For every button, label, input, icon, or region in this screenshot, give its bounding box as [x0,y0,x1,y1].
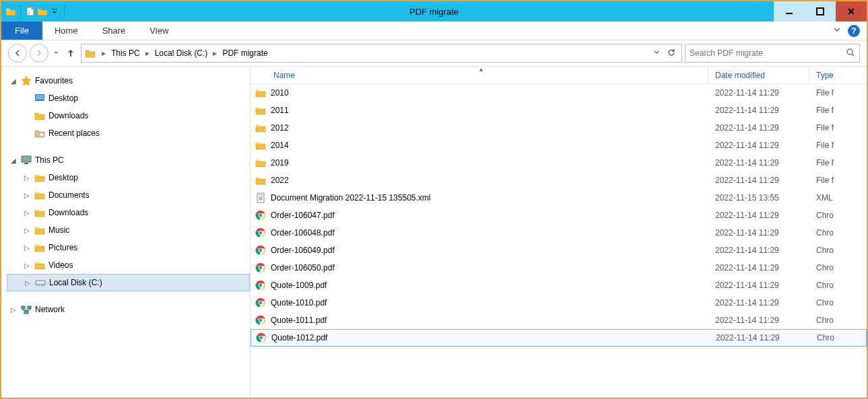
svg-rect-12 [36,281,44,283]
breadcrumb-dropdown-icon[interactable] [653,48,660,58]
tree-item-recent-places[interactable]: Recent places [7,124,250,142]
qat-dropdown-icon[interactable] [49,6,60,17]
chevron-right-icon[interactable]: ▸ [210,48,220,58]
tree-item[interactable]: ▷Downloads [7,204,250,221]
file-type: Chro [810,333,850,342]
properties-icon[interactable] [25,6,36,17]
breadcrumb[interactable]: ▸ This PC ▸ Local Disk (C:) ▸ PDF migrat… [81,44,682,63]
file-row[interactable]: Order-106049.pdf2022-11-14 11:29Chro [251,242,867,259]
file-row[interactable]: 20222022-11-14 11:29File f [251,172,867,189]
file-row[interactable]: Order-106047.pdf2022-11-14 11:29Chro [251,207,867,224]
tree-item-desktop[interactable]: Desktop [7,89,250,107]
search-input[interactable] [690,48,824,58]
chevron-right-icon[interactable]: ▸ [99,48,108,58]
drive-icon [34,277,46,289]
tree-item-thispc[interactable]: ◢ This PC [7,151,250,169]
file-tab[interactable]: File [1,22,42,40]
expander-closed-icon[interactable]: ▷ [24,279,32,287]
tree-item-downloads[interactable]: Downloads [7,107,250,124]
tree-item-network[interactable]: ▷ Network [7,301,250,318]
tree-item-favourites[interactable]: ◢ Favourites [7,72,250,89]
file-date: 2022-11-14 11:29 [708,263,809,273]
tab-home[interactable]: Home [42,22,90,40]
expander-closed-icon[interactable]: ▷ [23,262,31,269]
file-name: 2019 [271,158,708,168]
file-row[interactable]: Quote-1010.pdf2022-11-14 11:29Chro [251,294,867,312]
tree-item[interactable]: ▷Documents [7,186,250,204]
chrome-icon [251,262,271,273]
refresh-icon[interactable] [667,48,676,59]
new-folder-icon[interactable] [37,6,48,17]
chrome-icon [251,280,271,291]
breadcrumb-segment[interactable]: Local Disk (C:) [152,48,211,58]
tree-item[interactable]: ▷Music [7,221,250,239]
file-row[interactable]: 20122022-11-14 11:29File f [251,119,867,137]
up-button[interactable] [63,46,78,61]
file-row[interactable]: 20112022-11-14 11:29File f [251,102,867,119]
expander-closed-icon[interactable]: ▷ [23,227,31,234]
tab-view[interactable]: View [137,22,180,40]
expander-closed-icon[interactable]: ▷ [23,244,31,252]
file-date: 2022-11-14 11:29 [708,141,809,150]
file-name: 2012 [271,123,708,133]
tree-label: Downloads [48,208,88,217]
expander-open-icon[interactable]: ◢ [9,157,18,164]
folder-icon [84,47,96,59]
file-type: File f [809,158,850,168]
search-box[interactable] [685,44,860,63]
search-icon[interactable] [846,48,855,59]
file-row[interactable]: Quote-1012.pdf2022-11-14 11:29Chro [251,329,867,347]
file-row[interactable]: 20102022-11-14 11:29File f [251,84,867,102]
chevron-right-icon[interactable]: ▸ [143,48,152,58]
tree-group-thispc: ◢ This PC ▷Desktop▷Documents▷Downloads▷M… [7,151,250,291]
file-row[interactable]: 20192022-11-14 11:29File f [251,154,867,172]
maximize-button[interactable] [805,1,836,22]
tree-label: This PC [35,155,64,165]
window-title: PDF migrate [1,7,867,17]
file-row[interactable]: Document Migration 2022-11-15 135505.xml… [251,189,867,207]
desktop-icon [34,92,46,104]
main-area: ◢ Favourites Desktop Downloads [1,66,867,398]
close-button[interactable] [836,1,867,22]
breadcrumb-segment[interactable]: PDF migrate [220,48,270,58]
tree-label: Videos [48,260,73,270]
expander-open-icon[interactable]: ◢ [9,77,18,85]
back-button[interactable] [8,44,27,63]
separator [64,5,65,17]
expander-closed-icon[interactable]: ▷ [23,209,31,217]
file-row[interactable]: Quote-1011.pdf2022-11-14 11:29Chro [251,312,867,329]
file-type: Chro [809,211,850,220]
forward-button[interactable] [30,44,48,63]
file-date: 2022-11-14 11:29 [708,316,809,325]
file-row[interactable]: Order-106048.pdf2022-11-14 11:29Chro [251,224,867,242]
tree-label: Music [48,225,69,235]
content-pane: ▴ Name Date modified Type 20102022-11-14… [251,67,867,398]
file-date: 2022-11-14 11:29 [708,298,809,307]
file-date: 2022-11-14 11:29 [708,281,809,290]
tree-item[interactable]: ▷Local Disk (C:) [7,274,250,291]
tree-group-network: ▷ Network [7,301,250,318]
file-name: Quote-1010.pdf [271,298,708,307]
separator [20,5,21,17]
file-row[interactable]: Quote-1009.pdf2022-11-14 11:29Chro [251,277,867,294]
column-type[interactable]: Type [809,67,850,83]
file-type: File f [809,123,850,133]
ribbon-expand-icon[interactable] [833,26,841,36]
svg-point-30 [259,266,263,270]
expander-closed-icon[interactable]: ▷ [9,306,18,314]
file-row[interactable]: 20142022-11-14 11:29File f [251,137,867,154]
history-dropdown-icon[interactable] [51,50,61,57]
tree-item[interactable]: ▷Desktop [7,169,250,186]
file-row[interactable]: Order-106050.pdf2022-11-14 11:29Chro [251,259,867,277]
tree-label: Network [35,305,65,314]
help-icon[interactable]: ? [848,25,860,37]
expander-closed-icon[interactable]: ▷ [23,174,31,182]
breadcrumb-segment[interactable]: This PC [108,48,143,58]
column-date-modified[interactable]: Date modified [708,67,809,83]
expander-closed-icon[interactable]: ▷ [23,192,31,199]
tree-item[interactable]: ▷Pictures [7,239,250,256]
minimize-button[interactable] [774,1,805,22]
tab-share[interactable]: Share [90,22,138,40]
tree-item[interactable]: ▷Videos [7,256,250,274]
file-type: File f [809,88,850,98]
